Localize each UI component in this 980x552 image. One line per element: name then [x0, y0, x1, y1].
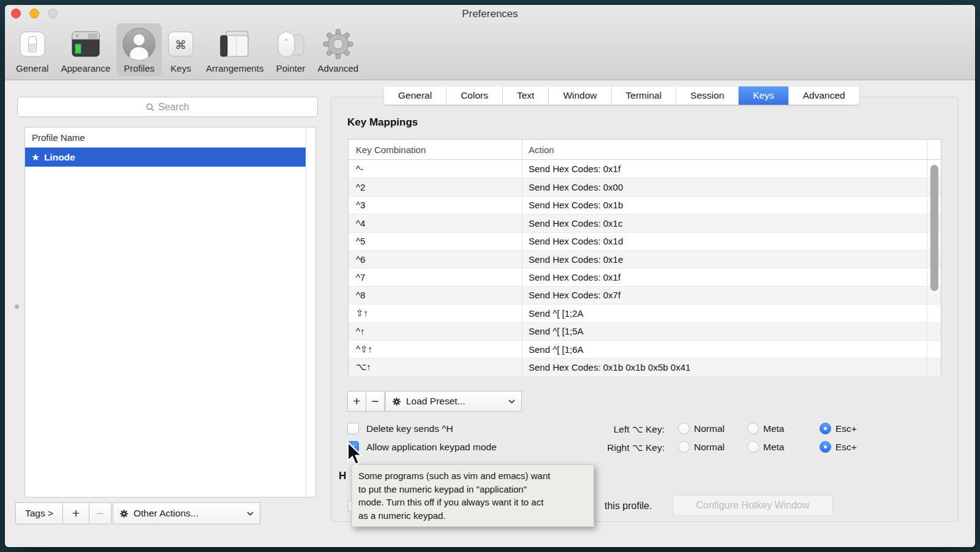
key-mappings-title: Key Mappings: [347, 116, 418, 129]
key-cell: ^8: [349, 287, 522, 304]
action-cell: Send Hex Codes: 0x1e: [522, 251, 927, 268]
left-meta-radio[interactable]: [747, 423, 759, 434]
keypad-option: Allow application keypad mode: [347, 441, 497, 453]
table-row[interactable]: ^5Send Hex Codes: 0x1d: [349, 232, 941, 250]
gear-icon: [322, 26, 355, 62]
tags-button[interactable]: Tags >: [15, 502, 63, 524]
left-esc-radio[interactable]: [820, 423, 831, 434]
right-normal-radio[interactable]: [678, 441, 690, 453]
tooltip-line: mode. Turn this off if you always want i…: [358, 496, 587, 509]
search-icon: [146, 103, 154, 112]
search-placeholder: Search: [158, 102, 189, 113]
profile-name: Linode: [44, 152, 75, 163]
load-preset-dropdown[interactable]: Load Preset...: [385, 391, 522, 412]
hotkey-heading-partial: H: [339, 470, 346, 482]
table-row[interactable]: ^-Send Hex Codes: 0x1f: [349, 160, 941, 178]
key-cell: ⇧↑: [349, 304, 522, 322]
action-cell: Send Hex Codes: 0x7f: [522, 287, 927, 304]
action-cell: Send Hex Codes: 0x1b 0x1b 0x5b 0x41: [522, 358, 927, 376]
chevron-down-icon: [247, 512, 254, 516]
tab-session[interactable]: Session: [676, 86, 738, 105]
delete-key-label: Delete key sends ^H: [366, 423, 453, 434]
tab-colors[interactable]: Colors: [446, 86, 502, 105]
table-row[interactable]: ^⇧↑Send ^[ [1;6A: [349, 340, 941, 358]
tab-text[interactable]: Text: [502, 86, 548, 105]
action-cell: Send ^[ [1;2A: [522, 304, 927, 322]
gear-icon: [392, 397, 401, 406]
table-row[interactable]: ^7Send Hex Codes: 0x1f: [349, 268, 941, 285]
left-normal-radio[interactable]: [678, 423, 690, 434]
action-cell: Send Hex Codes: 0x1b: [522, 197, 927, 214]
column-header-key-combination[interactable]: Key Combination: [349, 140, 522, 159]
add-mapping-button[interactable]: +: [347, 391, 366, 412]
table-row[interactable]: ^2Send Hex Codes: 0x00: [349, 178, 941, 195]
svg-text:⌘: ⌘: [175, 39, 187, 51]
table-row[interactable]: ⇧↑Send ^[ [1;2A: [349, 304, 941, 322]
right-option-normal: Normal: [678, 441, 725, 453]
toolbar-item-profiles[interactable]: Profiles: [116, 23, 162, 77]
row-spacer: [927, 304, 941, 322]
action-cell: Send Hex Codes: 0x00: [522, 178, 927, 195]
row-spacer: [927, 341, 941, 358]
left-option-normal: Normal: [678, 423, 725, 434]
remove-mapping-button[interactable]: −: [366, 391, 385, 412]
svg-text:×: ×: [75, 32, 79, 39]
profile-tabs: General Colors Text Window Terminal Sess…: [384, 86, 859, 105]
tab-window[interactable]: Window: [548, 86, 611, 105]
toolbar-item-advanced[interactable]: Advanced: [312, 23, 365, 77]
other-actions-dropdown[interactable]: Other Actions...: [113, 502, 260, 524]
window-title: Preferences: [5, 8, 975, 20]
gear-icon: [119, 509, 129, 518]
toolbar-label: General: [16, 63, 48, 74]
table-row[interactable]: ^↑Send ^[ [1;5A: [349, 322, 941, 340]
table-scrollbar-thumb[interactable]: [930, 165, 938, 291]
toolbar-label: Arrangements: [206, 63, 263, 74]
action-cell: Send Hex Codes: 0x1f: [522, 160, 927, 178]
radio-label: Meta: [763, 442, 784, 453]
tab-terminal[interactable]: Terminal: [611, 86, 676, 105]
toolbar-label: Keys: [171, 63, 191, 74]
table-row[interactable]: ⌥↑Send Hex Codes: 0x1b 0x1b 0x5b 0x41: [349, 358, 941, 376]
right-esc-radio[interactable]: [820, 441, 831, 453]
add-profile-button[interactable]: +: [62, 502, 89, 524]
right-option-esc: Esc+: [820, 441, 857, 453]
remove-profile-button[interactable]: −: [89, 502, 111, 524]
left-option-key-label: Left ⌥ Key:: [573, 424, 665, 435]
tab-advanced[interactable]: Advanced: [788, 86, 859, 105]
toolbar-item-keys[interactable]: ⌘ Keys: [162, 23, 200, 77]
tab-general[interactable]: General: [384, 86, 446, 105]
configure-hotkey-window-button[interactable]: Configure Hotkey Window: [673, 495, 833, 516]
switch-icon: [20, 26, 45, 62]
key-cell: ^6: [349, 251, 522, 268]
pane-splitter-handle[interactable]: [15, 304, 19, 309]
table-row[interactable]: ^8Send Hex Codes: 0x7f: [349, 286, 941, 304]
profile-list-header: Profile Name: [25, 127, 315, 148]
command-key-icon: ⌘: [168, 26, 194, 62]
key-cell: ^4: [349, 214, 522, 232]
toolbar-label: Appearance: [61, 63, 110, 74]
left-option-esc: Esc+: [820, 423, 857, 434]
toolbar-item-general[interactable]: General: [10, 23, 55, 77]
right-meta-radio[interactable]: [747, 441, 759, 453]
row-spacer: [927, 323, 941, 340]
table-header: Key Combination Action: [349, 140, 941, 160]
table-row[interactable]: ^3Send Hex Codes: 0x1b: [349, 196, 941, 214]
chevron-down-icon: [508, 399, 515, 404]
key-cell: ^7: [349, 268, 522, 285]
key-cell: ⌥↑: [349, 358, 522, 376]
table-row[interactable]: ^4Send Hex Codes: 0x1c: [349, 214, 941, 232]
profile-list-scrollbar[interactable]: [306, 127, 315, 497]
search-input[interactable]: Search: [17, 97, 318, 117]
toolbar-item-appearance[interactable]: × Appearance: [55, 23, 116, 77]
toolbar-label: Profiles: [124, 63, 154, 74]
right-option-meta: Meta: [747, 441, 784, 453]
action-cell: Send ^[ [1;6A: [522, 341, 927, 358]
column-header-action[interactable]: Action: [522, 140, 927, 159]
profile-row-linode[interactable]: ★ Linode: [25, 148, 306, 167]
tab-keys[interactable]: Keys: [738, 86, 788, 105]
toolbar-item-arrangements[interactable]: Arrangements: [200, 23, 270, 77]
delete-key-checkbox[interactable]: [347, 423, 359, 434]
tooltip-line: as a numeric keypad.: [358, 509, 587, 523]
toolbar-item-pointer[interactable]: Pointer: [270, 23, 312, 77]
table-row[interactable]: ^6Send Hex Codes: 0x1e: [349, 250, 941, 268]
